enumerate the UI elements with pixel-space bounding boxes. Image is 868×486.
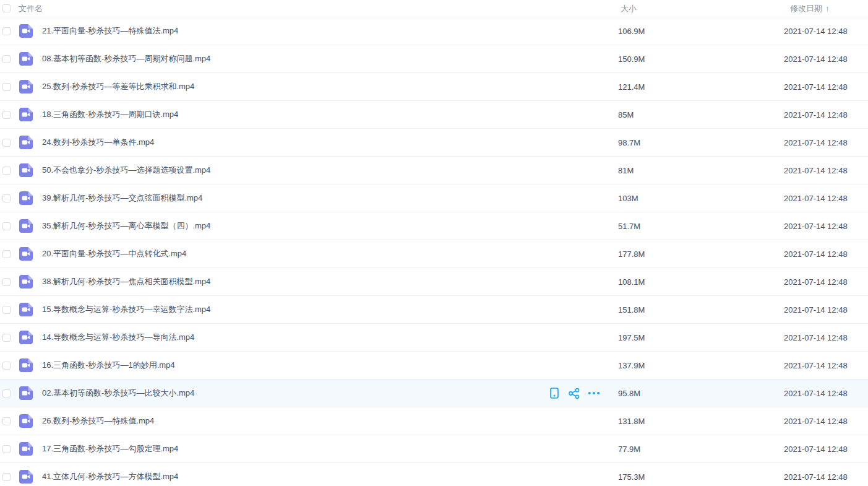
video-file-icon bbox=[19, 386, 33, 400]
row-checkbox[interactable] bbox=[2, 167, 11, 175]
row-checkbox[interactable] bbox=[2, 278, 11, 286]
file-name[interactable]: 39.解析几何-秒杀技巧—交点弦面积模型.mp4 bbox=[42, 193, 541, 204]
row-checkbox[interactable] bbox=[2, 55, 11, 63]
file-size: 77.9M bbox=[618, 445, 784, 454]
file-date: 2021-07-14 12:48 bbox=[784, 305, 868, 315]
file-name[interactable]: 14.导数概念与运算-秒杀技巧—导向法.mp4 bbox=[42, 332, 541, 343]
row-checkbox[interactable] bbox=[2, 111, 11, 119]
file-date: 2021-07-14 12:48 bbox=[784, 277, 868, 287]
row-checkbox[interactable] bbox=[2, 139, 11, 147]
file-name[interactable]: 25.数列-秒杀技巧—等差等比乘积求和.mp4 bbox=[42, 81, 541, 92]
video-file-icon bbox=[19, 191, 33, 205]
more-actions-icon[interactable] bbox=[588, 388, 600, 399]
row-checkbox[interactable] bbox=[2, 250, 11, 258]
file-name[interactable]: 21.平面向量-秒杀技巧—特殊值法.mp4 bbox=[42, 25, 541, 37]
file-name[interactable]: 24.数列-秒杀技巧—单条件.mp4 bbox=[42, 137, 541, 148]
table-row[interactable]: 02.基本初等函数-秒杀技巧—比较大小.mp4 bbox=[0, 380, 868, 407]
row-checkbox[interactable] bbox=[2, 473, 11, 481]
table-row[interactable]: 08.基本初等函数-秒杀技巧—周期对称问题.mp4 bbox=[0, 45, 868, 73]
video-file-icon bbox=[19, 80, 33, 93]
file-name[interactable]: 38.解析几何-秒杀技巧—焦点相关面积模型.mp4 bbox=[42, 276, 541, 287]
column-header-filename[interactable]: 文件名 bbox=[19, 3, 618, 14]
file-date: 2021-07-14 12:48 bbox=[784, 333, 868, 342]
video-file-icon bbox=[19, 331, 33, 344]
row-checkbox[interactable] bbox=[2, 83, 11, 91]
file-date: 2021-07-14 12:48 bbox=[784, 54, 868, 64]
row-checkbox[interactable] bbox=[2, 445, 11, 453]
file-size: 177.8M bbox=[618, 250, 784, 259]
file-size: 98.7M bbox=[618, 138, 784, 147]
file-date: 2021-07-14 12:48 bbox=[784, 194, 868, 203]
video-file-icon bbox=[19, 358, 33, 372]
video-file-icon bbox=[19, 275, 33, 289]
table-row[interactable]: 26.数列-秒杀技巧—特殊值.mp4 bbox=[0, 407, 868, 435]
file-date: 2021-07-14 12:48 bbox=[784, 82, 868, 92]
table-row[interactable]: 16.三角函数-秒杀技巧—1的妙用.mp4 bbox=[0, 352, 868, 380]
file-date: 2021-07-14 12:48 bbox=[784, 166, 868, 175]
file-name[interactable]: 16.三角函数-秒杀技巧—1的妙用.mp4 bbox=[42, 360, 541, 371]
file-name[interactable]: 15.导数概念与运算-秒杀技巧—幸运数字法.mp4 bbox=[42, 304, 541, 315]
file-date: 2021-07-14 12:48 bbox=[784, 250, 868, 259]
save-to-device-icon[interactable] bbox=[548, 388, 561, 399]
video-file-icon bbox=[19, 442, 33, 456]
video-file-icon bbox=[19, 52, 33, 66]
file-name[interactable]: 20.平面向量-秒杀技巧—中点转化式.mp4 bbox=[42, 248, 541, 259]
file-table: 文件名 大小 修改日期 ↑ 21.平面向量-秒杀技巧—特殊值法.mp4 bbox=[0, 0, 868, 486]
file-name[interactable]: 35.解析几何-秒杀技巧—离心率模型（四）.mp4 bbox=[42, 220, 541, 232]
select-all-checkbox[interactable] bbox=[2, 4, 11, 12]
file-list: 21.平面向量-秒杀技巧—特殊值法.mp4 bbox=[0, 17, 868, 486]
file-date: 2021-07-14 12:48 bbox=[784, 417, 868, 426]
video-file-icon bbox=[19, 414, 33, 428]
row-checkbox[interactable] bbox=[2, 362, 11, 370]
table-row[interactable]: 41.立体几何-秒杀技巧—方体模型.mp4 bbox=[0, 463, 868, 486]
file-size: 108.1M bbox=[618, 277, 784, 287]
table-row[interactable]: 35.解析几何-秒杀技巧—离心率模型（四）.mp4 bbox=[0, 212, 868, 240]
file-size: 85M bbox=[618, 110, 784, 119]
file-name[interactable]: 18.三角函数-秒杀技巧—周期口诀.mp4 bbox=[42, 109, 541, 120]
table-row[interactable]: 39.解析几何-秒杀技巧—交点弦面积模型.mp4 bbox=[0, 184, 868, 212]
row-checkbox[interactable] bbox=[2, 417, 11, 425]
video-file-icon bbox=[19, 163, 33, 177]
table-row[interactable]: 24.数列-秒杀技巧—单条件.mp4 bbox=[0, 129, 868, 157]
row-checkbox[interactable] bbox=[2, 306, 11, 314]
row-checkbox[interactable] bbox=[2, 194, 11, 202]
file-name[interactable]: 41.立体几何-秒杀技巧—方体模型.mp4 bbox=[42, 471, 541, 482]
column-header-date-label: 修改日期 bbox=[790, 3, 822, 14]
file-name[interactable]: 17.三角函数-秒杀技巧—勾股定理.mp4 bbox=[42, 443, 541, 454]
table-row[interactable]: 17.三角函数-秒杀技巧—勾股定理.mp4 bbox=[0, 435, 868, 463]
file-size: 81M bbox=[618, 166, 784, 175]
share-icon[interactable] bbox=[568, 388, 580, 399]
table-row[interactable]: 20.平面向量-秒杀技巧—中点转化式.mp4 bbox=[0, 240, 868, 268]
table-row[interactable]: 18.三角函数-秒杀技巧—周期口诀.mp4 bbox=[0, 101, 868, 129]
file-date: 2021-07-14 12:48 bbox=[784, 27, 868, 36]
file-name[interactable]: 08.基本初等函数-秒杀技巧—周期对称问题.mp4 bbox=[42, 53, 541, 64]
file-date: 2021-07-14 12:48 bbox=[784, 110, 868, 119]
row-checkbox[interactable] bbox=[2, 222, 11, 230]
file-date: 2021-07-14 12:48 bbox=[784, 222, 868, 231]
file-name[interactable]: 02.基本初等函数-秒杀技巧—比较大小.mp4 bbox=[42, 388, 541, 399]
row-checkbox[interactable] bbox=[2, 389, 11, 397]
file-date: 2021-07-14 12:48 bbox=[784, 445, 868, 454]
file-size: 131.8M bbox=[618, 417, 784, 426]
row-actions bbox=[541, 388, 600, 399]
table-row[interactable]: 50.不会也拿分-秒杀技巧—选择题选项设置.mp4 bbox=[0, 157, 868, 184]
table-row[interactable]: 21.平面向量-秒杀技巧—特殊值法.mp4 bbox=[0, 17, 868, 45]
file-size: 197.5M bbox=[618, 333, 784, 342]
file-name[interactable]: 50.不会也拿分-秒杀技巧—选择题选项设置.mp4 bbox=[42, 165, 541, 176]
row-checkbox[interactable] bbox=[2, 27, 11, 35]
video-file-icon bbox=[19, 219, 33, 233]
table-row[interactable]: 15.导数概念与运算-秒杀技巧—幸运数字法.mp4 bbox=[0, 296, 868, 324]
table-row[interactable]: 14.导数概念与运算-秒杀技巧—导向法.mp4 bbox=[0, 324, 868, 352]
file-size: 103M bbox=[618, 194, 784, 203]
file-size: 51.7M bbox=[618, 222, 784, 231]
column-header-size[interactable]: 大小 bbox=[618, 3, 784, 14]
column-header-date[interactable]: 修改日期 ↑ bbox=[784, 3, 868, 14]
file-size: 150.9M bbox=[618, 54, 784, 64]
table-row[interactable]: 25.数列-秒杀技巧—等差等比乘积求和.mp4 bbox=[0, 73, 868, 101]
file-name[interactable]: 26.数列-秒杀技巧—特殊值.mp4 bbox=[42, 415, 541, 427]
file-size: 175.3M bbox=[618, 472, 784, 482]
row-checkbox[interactable] bbox=[2, 334, 11, 342]
table-row[interactable]: 38.解析几何-秒杀技巧—焦点相关面积模型.mp4 bbox=[0, 268, 868, 296]
video-file-icon bbox=[19, 136, 33, 149]
video-file-icon bbox=[19, 24, 33, 38]
